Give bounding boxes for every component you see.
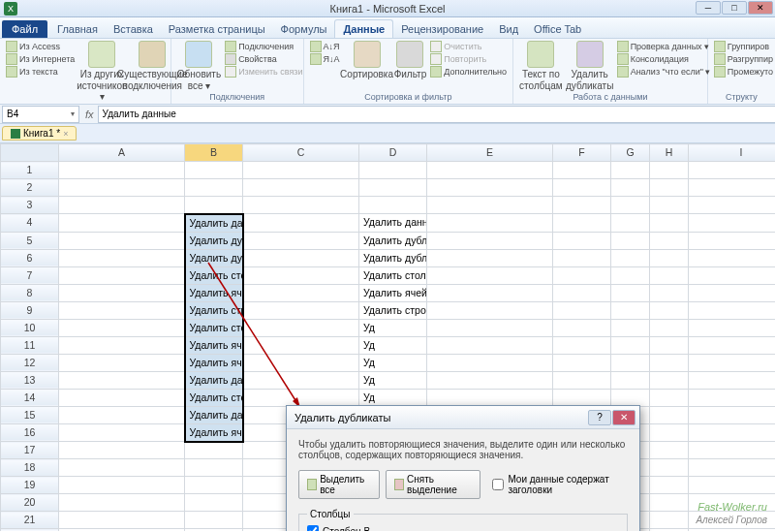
cell[interactable] [427, 301, 553, 319]
cell[interactable] [59, 266, 185, 284]
cell[interactable] [650, 371, 689, 389]
cell[interactable] [59, 389, 185, 406]
headers-checkbox[interactable]: Мои данные содержат заголовки [492, 474, 628, 495]
cell[interactable] [185, 494, 243, 512]
cell[interactable]: Удалить данные [359, 214, 427, 233]
cell[interactable]: Удалить дубликаты [185, 249, 243, 266]
cell[interactable] [59, 512, 185, 529]
tab-file[interactable]: Файл [2, 20, 47, 38]
col-header[interactable]: C [243, 144, 359, 162]
cell[interactable] [689, 354, 776, 371]
cell[interactable] [553, 354, 611, 371]
col-header[interactable]: H [650, 144, 689, 162]
cell[interactable]: Удалить столбцы [185, 389, 243, 406]
tab-officetab[interactable]: Office Tab [526, 20, 589, 38]
name-box[interactable]: B4▾ [2, 106, 79, 123]
row-header[interactable]: 16 [1, 423, 59, 442]
cell[interactable] [185, 459, 243, 477]
cell[interactable]: Удалить данные [185, 214, 243, 233]
cell[interactable] [59, 162, 185, 179]
cell[interactable] [611, 249, 650, 266]
cell[interactable] [650, 459, 689, 477]
cell[interactable] [689, 319, 776, 336]
minimize-button[interactable]: ─ [696, 1, 721, 15]
cell[interactable] [650, 477, 689, 494]
cell[interactable] [185, 512, 243, 529]
cell[interactable]: Уд [359, 354, 427, 371]
cell[interactable] [689, 477, 776, 494]
cell[interactable] [689, 406, 776, 423]
cell[interactable]: Уд [359, 319, 427, 336]
cell[interactable] [243, 319, 359, 336]
cell[interactable] [243, 162, 359, 179]
cell[interactable] [59, 179, 185, 197]
advanced-filter-button[interactable]: Дополнительно [430, 66, 507, 78]
cell[interactable] [59, 442, 185, 459]
cell[interactable] [553, 371, 611, 389]
cell[interactable] [650, 512, 689, 529]
cell[interactable] [427, 336, 553, 354]
column-b-checkbox[interactable]: Столбец B [307, 525, 619, 531]
cell[interactable] [553, 249, 611, 266]
cell[interactable] [650, 232, 689, 249]
cell[interactable] [243, 389, 359, 406]
tab-home[interactable]: Главная [49, 20, 106, 38]
cell[interactable] [650, 336, 689, 354]
tab-data[interactable]: Данные [334, 19, 393, 38]
cell[interactable] [553, 232, 611, 249]
row-header[interactable]: 6 [1, 249, 59, 266]
cell[interactable] [59, 459, 185, 477]
cell[interactable] [59, 354, 185, 371]
cell[interactable] [689, 301, 776, 319]
cell[interactable] [689, 284, 776, 301]
tab-formulas[interactable]: Формулы [273, 20, 335, 38]
cell[interactable]: Уд [359, 336, 427, 354]
cell[interactable] [427, 319, 553, 336]
row-header[interactable]: 2 [1, 179, 59, 197]
cell[interactable]: Удалить столбцы [185, 266, 243, 284]
cell[interactable] [650, 529, 689, 532]
cell[interactable]: Удалить дубликаты [185, 232, 243, 249]
dialog-close-button[interactable]: ✕ [612, 410, 636, 425]
cell[interactable] [611, 319, 650, 336]
remove-duplicates-button[interactable]: Удалитьдубликаты [567, 41, 613, 91]
col-header[interactable]: G [611, 144, 650, 162]
cell[interactable] [185, 529, 243, 532]
cell[interactable]: Уд [359, 389, 427, 406]
cell[interactable] [689, 442, 776, 459]
cell[interactable]: Удалить строки [359, 301, 427, 319]
col-header[interactable]: E [427, 144, 553, 162]
row-header[interactable]: 5 [1, 232, 59, 249]
row-header[interactable]: 7 [1, 266, 59, 284]
cell[interactable] [650, 389, 689, 406]
cell[interactable] [689, 371, 776, 389]
cell[interactable] [611, 389, 650, 406]
select-all-button[interactable]: Выделить все [298, 470, 380, 499]
cell[interactable] [59, 284, 185, 301]
cell[interactable] [59, 319, 185, 336]
cell[interactable] [427, 179, 553, 197]
cell[interactable] [359, 162, 427, 179]
row-header[interactable]: 21 [1, 512, 59, 529]
cell[interactable] [553, 319, 611, 336]
cell[interactable] [59, 214, 185, 233]
col-header[interactable]: D [359, 144, 427, 162]
cell[interactable]: Удалить данные [185, 371, 243, 389]
tab-review[interactable]: Рецензирование [393, 20, 491, 38]
cell[interactable] [59, 301, 185, 319]
cell[interactable] [59, 494, 185, 512]
cell[interactable] [650, 197, 689, 214]
cell[interactable] [243, 266, 359, 284]
cell[interactable] [427, 162, 553, 179]
cell[interactable]: Удалить ячейки [359, 284, 427, 301]
existing-connections-button[interactable]: Существующиеподключения [129, 41, 175, 91]
cell[interactable] [689, 179, 776, 197]
cell[interactable] [243, 232, 359, 249]
cell[interactable] [689, 423, 776, 442]
cell[interactable] [243, 336, 359, 354]
formula-input[interactable]: Удалить данные [98, 106, 775, 123]
consolidate-button[interactable]: Консолидация [617, 53, 711, 65]
cell[interactable] [611, 162, 650, 179]
cell[interactable]: Удалить строки [185, 301, 243, 319]
cell[interactable] [611, 284, 650, 301]
